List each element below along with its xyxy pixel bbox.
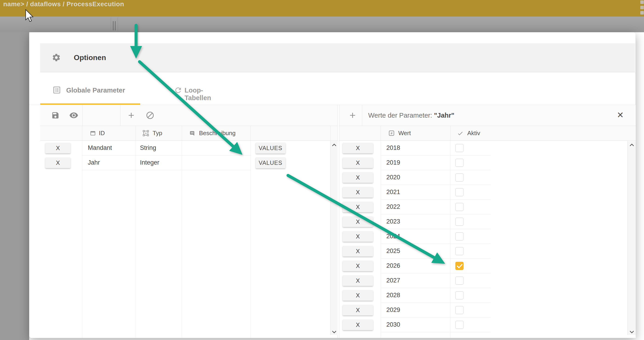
scroll-down-icon[interactable] — [332, 330, 337, 333]
parameter-name: "Jahr" — [434, 112, 454, 119]
values-table-header: # Wert Aktiv — [339, 126, 636, 141]
screen: name> / dataflows / ProcessExecution Opt… — [0, 0, 644, 340]
aktiv-checkbox[interactable] — [455, 276, 464, 285]
values-button[interactable]: VALUES — [256, 157, 286, 168]
delete-row-button[interactable]: X — [343, 231, 373, 242]
aktiv-checkbox[interactable] — [455, 247, 464, 255]
cell-wert: 2023 — [386, 218, 400, 225]
aktiv-checkbox[interactable] — [455, 203, 464, 211]
values-header: Werte der Parameter: "Jahr" ✕ — [339, 105, 636, 126]
parameters-table-body: XMandantStringVALUESXJahrIntegerVALUES — [40, 141, 338, 338]
aktiv-checkbox[interactable] — [455, 218, 464, 226]
cell-wert: 2019 — [386, 159, 400, 166]
delete-row-button[interactable]: X — [45, 157, 70, 168]
cell-wert: 2027 — [386, 277, 400, 284]
block-icon[interactable] — [146, 111, 154, 120]
scroll-up-icon[interactable] — [332, 143, 337, 147]
cell-wert: 2025 — [386, 247, 400, 255]
table-row: X2018 — [339, 141, 636, 155]
aktiv-checkbox[interactable] — [455, 291, 464, 299]
scrollbar[interactable] — [330, 141, 338, 335]
list-icon — [52, 86, 61, 94]
scrollbar[interactable] — [628, 141, 636, 335]
window-controls-icon — [640, 1, 644, 16]
dialog-title: Optionen — [74, 43, 106, 72]
aktiv-checkbox[interactable] — [455, 321, 464, 329]
app-top-bar: name> / dataflows / ProcessExecution — [0, 0, 644, 17]
aktiv-checkbox[interactable] — [455, 173, 464, 182]
cell-typ: String — [140, 144, 156, 151]
values-panel-title: Werte der Parameter: "Jahr" — [368, 105, 454, 126]
column-header[interactable]: Aktiv — [467, 130, 480, 137]
cell-typ: Integer — [140, 159, 159, 166]
delete-row-button[interactable]: X — [343, 187, 373, 198]
delete-row-button[interactable]: X — [343, 202, 373, 212]
delete-row-button[interactable]: X — [343, 143, 373, 153]
id-column-icon — [90, 130, 96, 136]
parameters-panel: ID A Typ Beschreibung — [40, 105, 338, 338]
delete-row-button[interactable]: X — [343, 157, 373, 168]
scroll-down-icon[interactable] — [629, 330, 634, 333]
delete-row-button[interactable]: X — [343, 319, 373, 330]
delete-row-button[interactable]: X — [45, 143, 70, 153]
delete-row-button[interactable]: X — [343, 261, 373, 271]
aktiv-checkbox[interactable] — [455, 144, 464, 152]
tab-label: Loop-Tabellen — [184, 87, 228, 102]
add-value-icon[interactable] — [348, 111, 357, 120]
tab-label: Globale Parameter — [66, 87, 125, 94]
table-row: X2024 — [339, 229, 636, 244]
delete-row-button[interactable]: X — [343, 216, 373, 227]
background-sidebar — [0, 32, 29, 340]
wert-column-icon: # — [388, 130, 395, 136]
close-icon[interactable]: ✕ — [617, 105, 624, 126]
delete-row-button[interactable]: X — [343, 290, 373, 301]
table-row: X2020 — [339, 170, 636, 185]
table-row: XJahrIntegerVALUES — [40, 155, 338, 170]
table-row: X2021 — [339, 185, 636, 200]
svg-text:A: A — [145, 132, 147, 135]
aktiv-checkbox[interactable] — [455, 188, 464, 196]
cell-wert: 2028 — [386, 292, 400, 299]
cell-id: Mandant — [88, 144, 112, 151]
toolbar-divider — [118, 18, 118, 31]
cell-wert: 2018 — [386, 144, 400, 151]
beschreibung-column-icon — [189, 130, 195, 136]
values-panel: Werte der Parameter: "Jahr" ✕ # Wert Akt… — [339, 105, 636, 338]
table-row: X2028 — [339, 288, 636, 303]
column-header[interactable]: Wert — [398, 130, 411, 137]
parameters-table-header: ID A Typ Beschreibung — [40, 126, 338, 141]
aktiv-checkbox[interactable] — [455, 158, 464, 167]
column-header[interactable]: ID — [99, 130, 105, 137]
table-row: X2022 — [339, 200, 636, 214]
tab-globale-parameter[interactable]: Globale Parameter — [40, 78, 140, 103]
column-header[interactable]: Typ — [152, 130, 162, 137]
cell-wert: 2022 — [386, 203, 400, 210]
table-row: X2019 — [339, 155, 636, 170]
cell-wert: 2026 — [386, 262, 400, 269]
delete-row-button[interactable]: X — [343, 172, 373, 183]
breadcrumb[interactable]: name> / dataflows / ProcessExecution — [3, 1, 124, 8]
tab-loop-tabellen[interactable]: Loop-Tabellen — [140, 78, 228, 103]
options-dialog: Optionen Globale Parameter Loop-Tabellen — [29, 32, 636, 338]
table-row: X2029 — [339, 303, 636, 317]
delete-row-button[interactable]: X — [343, 275, 373, 286]
scroll-up-icon[interactable] — [629, 143, 634, 147]
table-row: X2026 — [339, 259, 636, 273]
values-table-body: X2018X2019X2020X2021X2022X2023X2024X2025… — [339, 141, 636, 338]
delete-row-button[interactable]: X — [343, 305, 373, 315]
values-button[interactable]: VALUES — [256, 142, 286, 153]
save-icon[interactable] — [51, 111, 60, 119]
aktiv-checkbox[interactable] — [455, 306, 464, 314]
app-toolbar — [0, 17, 644, 32]
preview-eye-icon[interactable] — [69, 112, 78, 119]
column-header[interactable]: Beschreibung — [199, 130, 236, 137]
cell-wert: 2030 — [386, 321, 400, 328]
table-row: XMandantStringVALUES — [40, 141, 338, 155]
aktiv-checkbox[interactable] — [455, 262, 464, 270]
add-parameter-icon[interactable] — [127, 111, 136, 120]
table-row: X2025 — [339, 244, 636, 259]
delete-row-button[interactable]: X — [343, 246, 373, 256]
cell-wert: 2029 — [386, 306, 400, 313]
aktiv-checkbox[interactable] — [455, 232, 464, 241]
cell-id: Jahr — [88, 159, 100, 166]
